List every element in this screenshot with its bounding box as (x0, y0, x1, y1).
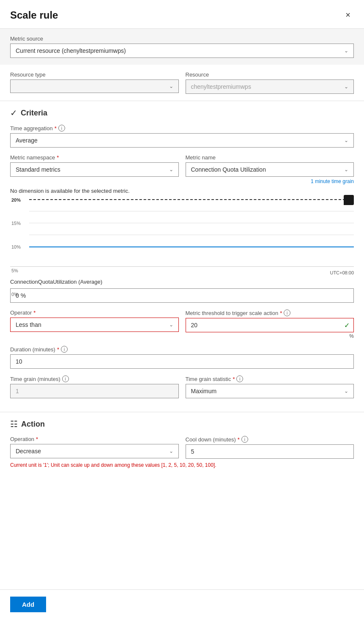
chart-blob (344, 195, 354, 205)
time-aggregation-group: Time aggregation * i Average ⌄ (10, 125, 354, 148)
metric-threshold-required: * (280, 310, 282, 316)
metric-name-group: Metric name Connection Quota Utilization… (186, 154, 354, 184)
cool-down-group: Cool down (minutes) * i (186, 436, 354, 459)
criteria-title: Criteria (21, 109, 47, 118)
chart-15-label: 15% (11, 221, 21, 226)
resource-type-field: Resource type ⌄ (10, 71, 179, 94)
resource-label: Resource (186, 71, 354, 78)
duration-input[interactable] (10, 354, 354, 369)
cool-down-label: Cool down (minutes) * i (186, 436, 354, 443)
duration-info-icon[interactable]: i (61, 346, 68, 353)
time-grain-info-icon[interactable]: i (62, 375, 69, 382)
scale-rule-panel: Scale rule × Metric source Current resou… (0, 0, 364, 619)
time-aggregation-select[interactable]: Average ⌄ (10, 133, 354, 148)
time-grain-statistic-group: Time grain statistic * i Maximum ⌄ (186, 375, 354, 398)
metric-namespace-select[interactable]: Standard metrics ⌄ (10, 162, 179, 177)
operator-chevron-icon: ⌄ (169, 322, 173, 328)
time-grain-note: 1 minute time grain (186, 178, 354, 184)
resource-select[interactable]: chenyltestpremiumwps ⌄ (186, 79, 354, 94)
metric-source-value: Current resource (chenyltestpremiumwps) (16, 47, 126, 54)
panel-header: Scale rule × (0, 0, 364, 29)
no-dimension-note: No dimension is available for the select… (10, 188, 354, 194)
chart-5-line: 5% (29, 235, 354, 235)
action-header: ☷ Action (10, 419, 354, 429)
operation-group: Operation * Decrease ⌄ (10, 436, 179, 459)
duration-group: Duration (minutes) * i (10, 346, 354, 369)
cool-down-input[interactable] (186, 444, 354, 459)
metric-name-label: Metric name (186, 154, 354, 161)
operation-cooldown-row: Operation * Decrease ⌄ Cool down (minute… (10, 436, 354, 459)
time-aggregation-value: Average (16, 137, 38, 144)
threshold-unit: % (186, 333, 354, 339)
action-section: ☷ Action Operation * Decrease ⌄ Cool dow… (0, 412, 364, 475)
operator-required: * (33, 310, 36, 316)
time-grain-row: Time grain (minutes) i Time grain statis… (10, 375, 354, 398)
chart-blue-line (29, 247, 354, 247)
operator-group: Operator * Less than ⌄ (10, 310, 179, 332)
metric-namespace-chevron-icon: ⌄ (169, 167, 173, 173)
operator-label: Operator * (10, 310, 179, 316)
resource-chevron-icon: ⌄ (344, 84, 348, 90)
time-aggregation-info-icon[interactable]: i (58, 125, 65, 131)
operation-label: Operation * (10, 436, 179, 442)
footer: Add (0, 589, 364, 619)
criteria-header: ✓ Criteria (10, 108, 354, 118)
time-aggregation-required: * (55, 125, 57, 131)
time-grain-statistic-chevron-icon: ⌄ (344, 388, 348, 394)
chart-metric-label: ConnectionQuotaUtilization (Average) (10, 279, 354, 285)
resource-type-chevron-icon: ⌄ (169, 83, 173, 89)
metric-source-label: Metric source (10, 36, 354, 42)
chart-utc: UTC+08:00 (10, 270, 354, 275)
operation-select[interactable]: Decrease ⌄ (10, 444, 179, 458)
resource-section: Resource type ⌄ Resource chenyltestpremi… (0, 65, 364, 101)
metric-namespace-value: Standard metrics (16, 166, 60, 173)
metric-threshold-group: Metric threshold to trigger scale action… (186, 310, 354, 339)
operator-select[interactable]: Less than ⌄ (10, 318, 179, 332)
metric-threshold-info-icon[interactable]: i (284, 310, 290, 316)
time-grain-statistic-value: Maximum (191, 388, 217, 394)
metric-threshold-label: Metric threshold to trigger scale action… (186, 310, 354, 316)
time-grain-statistic-info-icon[interactable]: i (236, 375, 243, 382)
threshold-check-icon: ✓ (344, 321, 350, 329)
operation-chevron-icon: ⌄ (169, 448, 173, 454)
resource-type-select[interactable]: ⌄ (10, 79, 179, 93)
resource-value: chenyltestpremiumwps (191, 83, 251, 90)
chart-5-label: 5% (11, 268, 18, 273)
time-grain-input (10, 384, 179, 398)
time-grain-statistic-required: * (233, 376, 235, 382)
current-value-group: 0 % (10, 288, 354, 303)
chart-10-label: 10% (11, 244, 21, 249)
current-value-display: 0 % (10, 288, 354, 303)
duration-label: Duration (minutes) * i (10, 346, 354, 353)
operation-value: Decrease (16, 448, 41, 455)
chart-15-line: 15% (29, 211, 354, 211)
time-grain-group: Time grain (minutes) i (10, 375, 179, 398)
time-aggregation-chevron-icon: ⌄ (344, 137, 348, 143)
metric-source-section: Metric source Current resource (chenylte… (0, 29, 364, 65)
operator-value: Less than (16, 321, 41, 328)
duration-required: * (57, 346, 59, 353)
metric-source-select[interactable]: Current resource (chenyltestpremiumwps) … (10, 44, 354, 58)
operation-required: * (36, 436, 38, 442)
cool-down-required: * (238, 436, 240, 443)
time-grain-statistic-select[interactable]: Maximum ⌄ (186, 384, 354, 398)
metric-source-chevron-icon: ⌄ (344, 48, 348, 54)
panel-title: Scale rule (10, 9, 58, 21)
threshold-input[interactable] (186, 318, 354, 332)
metric-chart: 20% 15% 10% 5% 0% (10, 199, 354, 267)
chart-inner: 20% 15% 10% 5% 0% (29, 199, 354, 258)
metric-namespace-label: Metric namespace * (10, 154, 179, 161)
criteria-section: ✓ Criteria Time aggregation * i Average … (0, 101, 364, 412)
chart-20-label: 20% (11, 197, 21, 203)
resource-field: Resource chenyltestpremiumwps ⌄ (186, 71, 354, 94)
add-button[interactable]: Add (10, 597, 46, 612)
resource-row: Resource type ⌄ Resource chenyltestpremi… (10, 71, 354, 94)
chart-10-line: 10% (29, 223, 354, 223)
criteria-icon: ✓ (10, 108, 17, 118)
metric-namespace-row: Metric namespace * Standard metrics ⌄ Me… (10, 154, 354, 184)
resource-type-label: Resource type (10, 71, 179, 78)
time-aggregation-label: Time aggregation * i (10, 125, 354, 131)
close-button[interactable]: × (342, 8, 354, 22)
metric-name-select[interactable]: Connection Quota Utilization ⌄ (186, 162, 354, 177)
cool-down-info-icon[interactable]: i (241, 436, 248, 443)
